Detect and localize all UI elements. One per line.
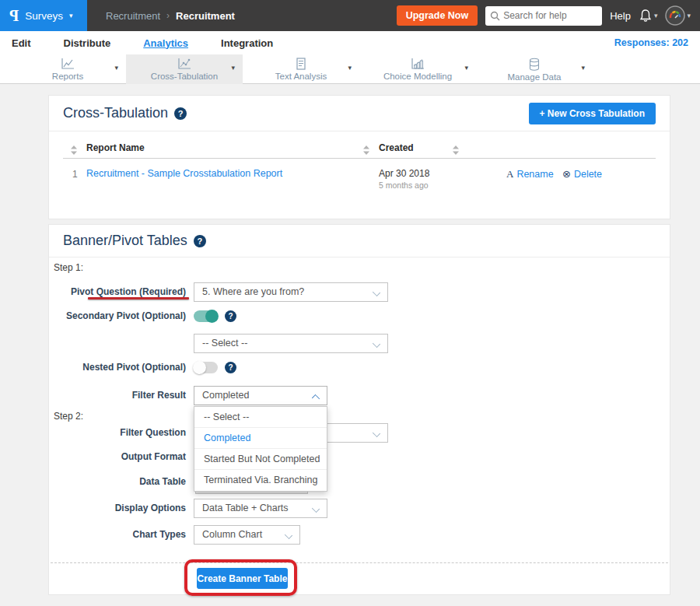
column-header-created[interactable]: Created [379,142,414,153]
top-navbar: P Surveys ▾ Recruitment › Recruitment Up… [0,0,700,31]
section-title: Banner/Pivot Tables ? [63,233,206,249]
nav-analytics[interactable]: Analytics [143,37,188,49]
pivot-question-value: 5. Where are you from? [202,286,304,297]
banner-pivot-title: Banner/Pivot Tables [63,233,187,249]
tab-manage-data[interactable]: Manage Data ▾ [476,54,593,84]
chevron-down-icon: ▾ [654,12,658,19]
delete-button[interactable]: ⊗ Delete [562,168,602,180]
account-menu[interactable]: ▾ [665,5,691,26]
breadcrumb-current: Recruitment [176,10,235,22]
analytics-tabbar: Reports ▾ Cross-Tabulation ▾ Text Analys… [0,54,700,84]
help-icon[interactable]: ? [174,107,187,120]
breadcrumb-parent[interactable]: Recruitment [106,10,160,22]
tab-label: Text Analysis [275,72,327,81]
breadcrumb: Recruitment › Recruitment [106,10,235,22]
new-cross-tabulation-button[interactable]: + New Cross Tabulation [529,103,656,124]
dashed-divider [51,562,668,563]
report-link[interactable]: Recruitment - Sample Crosstabulation Rep… [86,168,282,179]
chevron-down-icon [312,505,320,513]
help-icon[interactable]: ? [225,310,236,322]
sort-icon[interactable] [71,144,77,158]
data-table-label: Data Table [49,472,186,492]
option-select[interactable]: -- Select -- [194,407,327,428]
tab-cross-tabulation[interactable]: Cross-Tabulation ▾ [126,54,243,84]
chart-types-select[interactable]: Column Chart [194,525,300,545]
filter-result-label: Filter Result [49,386,186,405]
nested-pivot-toggle[interactable] [194,362,218,373]
option-started-not-completed[interactable]: Started But Not Completed [194,449,327,470]
display-options-value: Data Table + Charts [202,503,289,513]
surveys-menu[interactable]: P Surveys ▾ [0,0,87,31]
bell-icon [639,9,653,23]
sort-icon[interactable] [453,144,459,158]
surveys-label: Surveys [25,10,63,22]
created-date: Apr 30 2018 [379,168,429,179]
cross-tabulation-card: Cross-Tabulation ? + New Cross Tabulatio… [48,95,670,219]
display-options-select[interactable]: Data Table + Charts [194,499,327,518]
product-nav: Edit Distribute Analytics Integration Re… [0,31,700,54]
nested-pivot-label: Nested Pivot (Optional) [49,358,186,377]
bar-chart-icon [410,58,425,71]
upgrade-now-button[interactable]: Upgrade Now [397,5,478,26]
tab-reports[interactable]: Reports ▾ [9,54,126,84]
document-icon [295,58,307,71]
tab-choice-modelling[interactable]: Choice Modelling ▾ [359,54,476,84]
tab-label: Cross-Tabulation [151,72,218,81]
cross-tabulation-title: Cross-Tabulation [63,105,168,121]
filter-result-value: Completed [202,390,249,401]
rename-label: Rename [516,169,553,180]
filter-result-options-list: -- Select -- Completed Started But Not C… [194,406,327,492]
section-title: Cross-Tabulation ? [63,105,187,121]
column-header-report-name[interactable]: Report Name [86,142,145,153]
chevron-down-icon[interactable]: ▾ [464,64,468,72]
divider [63,158,656,159]
tab-text-analysis[interactable]: Text Analysis ▾ [243,54,359,84]
option-completed[interactable]: Completed [194,428,327,449]
tab-label: Manage Data [507,72,561,82]
breadcrumb-separator-icon: › [166,10,170,21]
nav-integration[interactable]: Integration [221,37,273,49]
nav-edit[interactable]: Edit [12,37,31,49]
create-banner-table-button[interactable]: Create Banner Table [197,568,288,589]
line-chart-icon [60,58,75,71]
rename-button[interactable]: A Rename [506,168,554,180]
filter-result-select[interactable]: Completed [194,386,327,405]
display-options-label: Display Options [49,499,186,518]
option-terminated-branching[interactable]: Terminated Via. Branching [194,470,327,491]
chevron-down-icon[interactable]: ▾ [114,64,118,72]
chart-types-label: Chart Types [49,525,186,545]
help-icon[interactable]: ? [225,362,236,373]
chevron-down-icon: ▾ [69,12,73,19]
filter-question-label: Filter Question [49,423,186,443]
red-underline-annotation [88,297,189,299]
sort-icon[interactable] [363,144,369,158]
step2-label: Step 2: [54,411,83,422]
output-format-label: Output Format [49,447,186,467]
responses-count[interactable]: Responses: 202 [614,37,688,48]
avatar [665,5,685,26]
chevron-down-icon [373,340,380,348]
notifications-button[interactable]: ▾ [639,9,658,23]
secondary-pivot-select[interactable]: -- Select -- [194,334,388,353]
banner-pivot-card: Banner/Pivot Tables ? Step 1: Pivot Ques… [48,224,670,595]
secondary-pivot-toggle[interactable] [194,310,218,322]
chevron-down-icon[interactable]: ▾ [231,64,235,72]
chevron-down-icon [373,289,380,296]
chevron-down-icon [285,531,292,539]
chevron-down-icon[interactable]: ▾ [348,64,352,72]
delete-label: Delete [574,169,602,180]
database-icon [527,58,541,72]
row-index: 1 [72,169,78,180]
chevron-down-icon: ▾ [687,12,691,19]
search-input[interactable] [503,10,597,21]
help-icon[interactable]: ? [194,235,206,247]
help-search[interactable] [485,6,602,26]
chevron-down-icon[interactable]: ▾ [581,64,585,72]
tab-label: Choice Modelling [383,72,452,81]
help-link[interactable]: Help [610,10,631,22]
nav-distribute[interactable]: Distribute [64,37,111,49]
pivot-question-select[interactable]: 5. Where are you from? [194,282,388,302]
tab-label: Reports [52,72,83,81]
secondary-pivot-label: Secondary Pivot (Optional) [49,307,186,326]
chart-types-value: Column Chart [202,529,262,540]
